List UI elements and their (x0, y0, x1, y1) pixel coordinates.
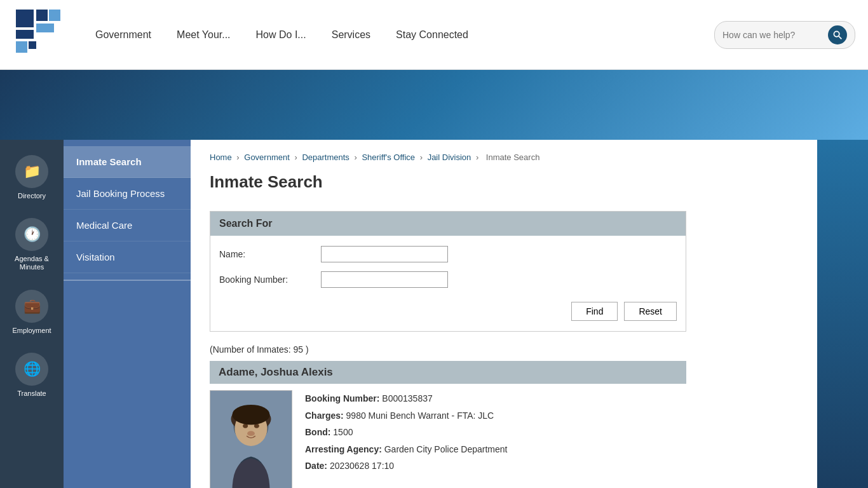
inmate-date: Date: 20230628 17:10 (305, 458, 686, 475)
inmates-count: (Number of Inmates: 95 ) (210, 344, 798, 355)
arresting-agency-label: Arresting Agency: (305, 444, 382, 454)
booking-label: Booking Number: (219, 274, 321, 285)
header-search-box (714, 21, 855, 49)
translate-icon: 🌐 (15, 353, 48, 386)
main-nav: Government Meet Your... How Do I... Serv… (95, 21, 855, 49)
svg-rect-6 (29, 41, 36, 49)
sidebar-label-translate: Translate (17, 390, 46, 398)
breadcrumb-sep-2: › (294, 152, 299, 162)
svg-rect-4 (36, 24, 54, 32)
reset-button[interactable]: Reset (624, 302, 677, 321)
inmate-booking-number: Booking Number: B000135837 (305, 390, 686, 407)
form-buttons: Find Reset (219, 297, 677, 321)
inmate-details: Booking Number: B000135837 Charges: 9980… (305, 390, 686, 488)
breadcrumb-home[interactable]: Home (210, 152, 232, 162)
breadcrumb-jail-division[interactable]: Jail Division (428, 152, 471, 162)
svg-rect-1 (36, 10, 48, 21)
breadcrumb-sheriffs-office[interactable]: Sheriff's Office (362, 152, 415, 162)
inmate-charges: Charges: 9980 Muni Bench Warrant - FTA: … (305, 407, 686, 424)
sidebar-label-agendas: Agendas & Minutes (5, 255, 58, 271)
find-button[interactable]: Find (571, 302, 618, 321)
main-layout: 📁 Directory 🕐 Agendas & Minutes 💼 Employ… (0, 140, 868, 488)
breadcrumb-sep-4: › (420, 152, 425, 162)
nav-how-do-i[interactable]: How Do I... (256, 29, 306, 41)
bond-label: Bond: (305, 427, 330, 437)
header-search-input[interactable] (722, 30, 824, 40)
svg-point-17 (247, 431, 255, 436)
content-area: Home › Government › Departments › Sherif… (191, 140, 817, 488)
directory-icon: 📁 (15, 155, 48, 188)
svg-rect-2 (49, 10, 60, 21)
sidebar-item-employment[interactable]: 💼 Employment (0, 281, 64, 344)
sidebar-item-directory[interactable]: 📁 Directory (0, 146, 64, 209)
svg-line-8 (839, 36, 841, 39)
hero-banner (0, 70, 868, 140)
nav-medical-care[interactable]: Medical Care (64, 210, 191, 241)
name-input[interactable] (321, 246, 448, 262)
inmate-name-header: Adame, Joshua Alexis (210, 361, 686, 384)
breadcrumb-sep-3: › (354, 152, 359, 162)
search-form-header: Search For (210, 212, 686, 236)
sidebar-item-translate[interactable]: 🌐 Translate (0, 344, 64, 407)
arresting-agency-value: Garden City Police Department (384, 444, 508, 454)
inmate-photo-svg (210, 390, 292, 488)
booking-number-value: B000135837 (382, 393, 432, 403)
breadcrumb-sep-5: › (476, 152, 481, 162)
nav-divider (64, 280, 191, 281)
svg-rect-0 (16, 10, 34, 27)
page-title: Inmate Search (210, 172, 798, 192)
charges-label: Charges: (305, 410, 344, 421)
sidebar-item-agendas[interactable]: 🕐 Agendas & Minutes (0, 209, 64, 280)
breadcrumb-current: Inmate Search (486, 152, 540, 162)
site-header: Government Meet Your... How Do I... Serv… (0, 0, 868, 70)
header-search-button[interactable] (828, 25, 847, 44)
left-nav: Inmate Search Jail Booking Process Medic… (64, 140, 191, 488)
svg-point-7 (834, 31, 839, 36)
search-icon (833, 30, 842, 39)
employment-icon: 💼 (15, 290, 48, 323)
charges-value: 9980 Muni Bench Warrant - FTA: JLC (346, 410, 494, 421)
nav-visitation[interactable]: Visitation (64, 241, 191, 273)
sidebar-icons: 📁 Directory 🕐 Agendas & Minutes 💼 Employ… (0, 140, 64, 488)
search-form-body: Name: Booking Number: Find Reset (210, 236, 686, 331)
inmate-bond: Bond: 1500 (305, 424, 686, 441)
booking-number-label: Booking Number: (305, 393, 379, 403)
sidebar-label-directory: Directory (18, 192, 46, 200)
booking-form-row: Booking Number: (219, 271, 677, 288)
nav-jail-booking[interactable]: Jail Booking Process (64, 178, 191, 210)
inmate-arresting-agency: Arresting Agency: Garden City Police Dep… (305, 441, 686, 458)
svg-rect-5 (16, 41, 27, 53)
nav-services[interactable]: Services (332, 29, 370, 41)
right-decorative-bar (817, 140, 868, 488)
nav-stay-connected[interactable]: Stay Connected (396, 29, 468, 41)
sidebar-label-employment: Employment (12, 327, 51, 335)
bond-value: 1500 (333, 427, 353, 437)
inmate-body: Booking Number: B000135837 Charges: 9980… (210, 384, 686, 488)
site-logo (13, 6, 70, 64)
date-label: Date: (305, 461, 327, 471)
breadcrumb: Home › Government › Departments › Sherif… (210, 152, 798, 162)
svg-rect-3 (16, 30, 34, 39)
nav-meet-your[interactable]: Meet Your... (177, 29, 231, 41)
date-value: 20230628 17:10 (330, 461, 394, 471)
breadcrumb-government[interactable]: Government (244, 152, 290, 162)
breadcrumb-departments[interactable]: Departments (302, 152, 349, 162)
logo-area[interactable] (13, 6, 70, 64)
name-form-row: Name: (219, 246, 677, 262)
name-label: Name: (219, 249, 321, 259)
search-form-section: Search For Name: Booking Number: Find Re… (210, 211, 686, 332)
nav-government[interactable]: Government (95, 29, 151, 41)
breadcrumb-sep-1: › (236, 152, 241, 162)
svg-point-18 (232, 405, 269, 425)
inmate-photo (210, 390, 292, 488)
booking-number-input[interactable] (321, 271, 448, 288)
nav-inmate-search[interactable]: Inmate Search (64, 146, 191, 178)
agendas-icon: 🕐 (15, 218, 48, 251)
